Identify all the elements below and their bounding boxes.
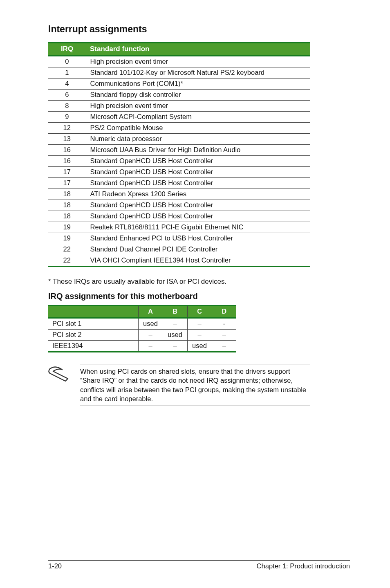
func-cell: ATI Radeon Xpress 1200 Series	[86, 189, 310, 200]
chapter-label: Chapter 1: Product introduction	[257, 562, 350, 570]
slot-value-cell: used	[138, 318, 163, 330]
note-text: When using PCI cards on shared slots, en…	[80, 367, 310, 403]
slot-header-col: B	[163, 306, 187, 318]
func-cell: Microsoft ACPI-Compliant System	[86, 112, 310, 123]
irq-cell: 0	[48, 56, 86, 67]
func-cell: Communications Port (COM1)*	[86, 79, 310, 90]
func-cell: Numeric data processor	[86, 134, 310, 145]
table-row: 16Microsoft UAA Bus Driver for High Defi…	[48, 145, 310, 156]
slot-value-cell: –	[187, 318, 212, 330]
table-row: 12PS/2 Compatible Mouse	[48, 123, 310, 134]
table-row: 8High precision event timer	[48, 101, 310, 112]
slot-value-cell: used	[187, 341, 212, 352]
slot-value-cell: –	[187, 330, 212, 341]
table-row: IEEE1394––used–	[48, 341, 236, 352]
table-row: PCI slot 2–used––	[48, 330, 236, 341]
note-block: When using PCI cards on shared slots, en…	[48, 364, 310, 406]
slot-label-cell: PCI slot 2	[48, 330, 138, 341]
table-row: 17Standard OpenHCD USB Host Controller	[48, 178, 310, 189]
func-cell: PS/2 Compatible Mouse	[86, 123, 310, 134]
slot-header-col: D	[212, 306, 236, 318]
func-cell: VIA OHCI Compliant IEEE1394 Host Control…	[86, 255, 310, 267]
irq-cell: 17	[48, 167, 86, 178]
func-cell: Standard OpenHCD USB Host Controller	[86, 211, 310, 222]
table-row: PCI slot 1used––-	[48, 318, 236, 330]
note-icon	[48, 366, 71, 384]
table-row: 9Microsoft ACPI-Compliant System	[48, 112, 310, 123]
slot-header-col: A	[138, 306, 163, 318]
table-row: 19Standard Enhanced PCI to USB Host Cont…	[48, 233, 310, 244]
irq-header-irq: IRQ	[48, 43, 86, 56]
func-cell: Standard Enhanced PCI to USB Host Contro…	[86, 233, 310, 244]
irq-table-body: 0High precision event timer1Standard 101…	[48, 56, 310, 267]
irq-cell: 4	[48, 79, 86, 90]
irq-cell: 16	[48, 145, 86, 156]
slot-label-cell: PCI slot 1	[48, 318, 138, 330]
table-row: 18Standard OpenHCD USB Host Controller	[48, 200, 310, 211]
slot-value-cell: –	[212, 330, 236, 341]
table-row: 4Communications Port (COM1)*	[48, 79, 310, 90]
irq-header-func: Standard function	[86, 43, 310, 56]
irq-cell: 13	[48, 134, 86, 145]
slot-value-cell: -	[212, 318, 236, 330]
irq-cell: 6	[48, 90, 86, 101]
irq-cell: 22	[48, 255, 86, 267]
irq-cell: 1	[48, 67, 86, 79]
table-row: 22Standard Dual Channel PCI IDE Controll…	[48, 244, 310, 255]
irq-cell: 18	[48, 211, 86, 222]
slot-value-cell: –	[138, 341, 163, 352]
irq-cell: 17	[48, 178, 86, 189]
table-row: 18ATI Radeon Xpress 1200 Series	[48, 189, 310, 200]
slot-table-head: ABCD	[48, 306, 236, 318]
irq-cell: 19	[48, 233, 86, 244]
table-row: 17Standard OpenHCD USB Host Controller	[48, 167, 310, 178]
table-row: 6Standard floppy disk controller	[48, 90, 310, 101]
slot-value-cell: –	[163, 341, 187, 352]
slot-value-cell: used	[163, 330, 187, 341]
irq-cell: 18	[48, 200, 86, 211]
page-number: 1-20	[48, 562, 62, 570]
func-cell: Microsoft UAA Bus Driver for High Defini…	[86, 145, 310, 156]
irq-cell: 22	[48, 244, 86, 255]
func-cell: High precision event timer	[86, 56, 310, 67]
func-cell: Standard 101/102-Key or Microsoft Natura…	[86, 67, 310, 79]
table-row: 0High precision event timer	[48, 56, 310, 67]
irq-table-head: IRQ Standard function	[48, 43, 310, 56]
slot-table: ABCD PCI slot 1used––-PCI slot 2–used––I…	[48, 305, 236, 352]
slot-value-cell: –	[212, 341, 236, 352]
irq-cell: 18	[48, 189, 86, 200]
table-row: 13Numeric data processor	[48, 134, 310, 145]
slot-table-body: PCI slot 1used––-PCI slot 2–used––IEEE13…	[48, 318, 236, 352]
func-cell: Standard Dual Channel PCI IDE Controller	[86, 244, 310, 255]
slot-header-label	[48, 306, 138, 318]
slot-value-cell: –	[163, 318, 187, 330]
irq-cell: 12	[48, 123, 86, 134]
table-row: 18Standard OpenHCD USB Host Controller	[48, 211, 310, 222]
func-cell: Standard OpenHCD USB Host Controller	[86, 200, 310, 211]
func-cell: Standard floppy disk controller	[86, 90, 310, 101]
func-cell: High precision event timer	[86, 101, 310, 112]
note-rule-bottom	[80, 406, 310, 406]
irq-cell: 16	[48, 156, 86, 167]
table-row: 1Standard 101/102-Key or Microsoft Natur…	[48, 67, 310, 79]
slot-value-cell: –	[138, 330, 163, 341]
irq-cell: 9	[48, 112, 86, 123]
func-cell: Standard OpenHCD USB Host Controller	[86, 178, 310, 189]
table-row: 16Standard OpenHCD USB Host Controller	[48, 156, 310, 167]
func-cell: Standard OpenHCD USB Host Controller	[86, 156, 310, 167]
sub-section-title: IRQ assignments for this motherboard	[48, 292, 350, 301]
table-row: 22VIA OHCI Compliant IEEE1394 Host Contr…	[48, 255, 310, 267]
table-row: 19Realtek RTL8168/8111 PCI-E Gigabit Eth…	[48, 222, 310, 233]
slot-header-col: C	[187, 306, 212, 318]
note-rule-top	[80, 364, 310, 364]
func-cell: Standard OpenHCD USB Host Controller	[86, 167, 310, 178]
irq-cell: 8	[48, 101, 86, 112]
irq-footnote: * These IRQs are usually available for I…	[48, 278, 350, 286]
irq-cell: 19	[48, 222, 86, 233]
section-title: Interrupt assignments	[48, 24, 350, 35]
slot-label-cell: IEEE1394	[48, 341, 138, 352]
page-footer: 1-20 Chapter 1: Product introduction	[48, 560, 350, 570]
irq-table: IRQ Standard function 0High precision ev…	[48, 42, 310, 267]
func-cell: Realtek RTL8168/8111 PCI-E Gigabit Ether…	[86, 222, 310, 233]
note-body: When using PCI cards on shared slots, en…	[80, 364, 310, 406]
